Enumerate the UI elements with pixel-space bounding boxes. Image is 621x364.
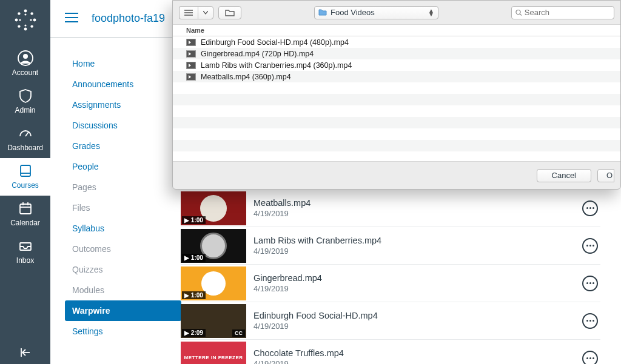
duration-badge: ▶ 1:00 [182, 216, 206, 224]
svg-point-0 [24, 10, 27, 13]
course-nav-item[interactable]: People [65, 156, 181, 177]
folder-icon [225, 9, 235, 16]
user-icon [18, 50, 33, 66]
file-row[interactable]: Gingerbread.mp4 (720p HD).mp4 [173, 48, 620, 59]
file-row [173, 151, 620, 161]
column-header-name[interactable]: Name [173, 25, 620, 36]
cancel-button[interactable]: Cancel [537, 169, 591, 182]
file-list: Edinburgh Food Social-HD.mp4 (480p).mp4G… [173, 36, 620, 161]
list-view-button[interactable] [179, 6, 198, 19]
more-options-button[interactable] [582, 351, 598, 365]
video-file-icon [186, 73, 196, 81]
media-date: 4/19/2019 [253, 284, 582, 293]
media-title: Meatballs.mp4 [253, 198, 582, 208]
course-nav-item[interactable]: Discussions [65, 115, 181, 136]
media-thumbnail[interactable]: ▶ 1:00 [181, 229, 246, 263]
media-list: ▶ 1:00Meatballs.mp44/19/2019▶ 1:00Lamb R… [181, 190, 600, 364]
course-nav-item[interactable]: Files [65, 197, 181, 218]
media-item[interactable]: ▶ 1:00Lamb Ribs with Cranberries.mp44/19… [181, 227, 600, 265]
media-info: Chocolate Truffles.mp44/19/2019 [246, 348, 582, 364]
shield-icon [18, 88, 33, 104]
course-nav-item[interactable]: Quizzes [65, 259, 181, 280]
more-options-button[interactable] [582, 276, 598, 291]
cc-badge: CC [232, 329, 245, 337]
breadcrumb[interactable]: foodphoto-fa19 [92, 12, 165, 25]
course-nav-item[interactable]: Syllabus [65, 218, 181, 239]
course-nav-item[interactable]: Pages [65, 177, 181, 197]
search-input[interactable] [525, 8, 610, 17]
nav-calendar[interactable]: Calendar [0, 196, 50, 233]
course-nav-item[interactable]: Home [65, 53, 181, 74]
view-mode-segment [179, 6, 213, 19]
dots-icon [586, 357, 594, 359]
media-title: Gingerbread.mp4 [253, 273, 582, 283]
svg-point-8 [24, 13, 26, 15]
file-row[interactable]: Lamb Ribs with Cranberries.mp4 (360p).mp… [173, 59, 620, 71]
file-row [173, 140, 620, 151]
location-select[interactable]: Food Videos ▲▼ [314, 6, 438, 19]
course-nav-item[interactable]: Announcements [65, 74, 181, 94]
duration-badge: ▶ 1:00 [182, 291, 206, 299]
media-item[interactable]: ▶ 1:00Gingerbread.mp44/19/2019 [181, 265, 600, 302]
nav-admin[interactable]: Admin [0, 83, 50, 121]
nav-label: Courses [12, 181, 39, 190]
more-options-button[interactable] [582, 238, 598, 254]
file-name: Lamb Ribs with Cranberries.mp4 (360p).mp… [201, 61, 352, 70]
chevron-down-icon [203, 11, 208, 15]
media-item[interactable]: ▶ 1:00Meatballs.mp44/19/2019 [181, 190, 600, 227]
location-label: Food Videos [331, 8, 375, 17]
more-options-button[interactable] [582, 200, 598, 216]
duration-badge: ▶ 1:00 [182, 254, 206, 262]
svg-point-10 [19, 19, 21, 21]
file-name: Gingerbread.mp4 (720p HD).mp4 [201, 50, 314, 58]
dropdown-button[interactable] [198, 6, 213, 19]
svg-point-30 [516, 10, 520, 14]
folder-up-button[interactable] [218, 6, 241, 19]
dots-icon [586, 207, 594, 209]
course-nav-item[interactable]: Warpwire [65, 300, 181, 321]
file-row[interactable]: Meatballs.mp4 (360p).mp4 [173, 71, 620, 82]
media-thumbnail[interactable]: ▶ 2:09CC [181, 304, 246, 338]
file-row [173, 82, 620, 94]
media-thumbnail[interactable]: ▶ 1:00 [181, 266, 246, 300]
svg-point-2 [15, 19, 18, 22]
nav-dashboard[interactable]: Dashboard [0, 121, 50, 158]
course-menu-toggle[interactable] [65, 12, 78, 25]
media-thumbnail[interactable]: METTERE IN FREEZER [181, 342, 246, 365]
svg-rect-15 [21, 165, 30, 176]
media-thumbnail[interactable]: ▶ 1:00 [181, 191, 246, 225]
svg-point-3 [33, 19, 36, 22]
course-nav-item[interactable]: Assignments [65, 94, 181, 115]
course-nav-item[interactable]: Grades [65, 136, 181, 156]
media-item[interactable]: METTERE IN FREEZERChocolate Truffles.mp4… [181, 340, 600, 364]
gauge-icon [18, 125, 33, 141]
nav-account[interactable]: Account [0, 45, 50, 83]
file-row [173, 94, 620, 105]
course-nav-item[interactable]: Settings [65, 321, 181, 342]
media-date: 4/19/2019 [253, 209, 582, 218]
media-item[interactable]: ▶ 2:09CCEdinburgh Food Social-HD.mp44/19… [181, 302, 600, 340]
media-info: Edinburgh Food Social-HD.mp44/19/2019 [246, 311, 582, 331]
media-title: Edinburgh Food Social-HD.mp4 [253, 311, 582, 320]
course-nav-item[interactable]: Modules [65, 280, 181, 300]
file-row [173, 105, 620, 117]
nav-collapse[interactable] [0, 346, 50, 359]
video-file-icon [186, 50, 196, 58]
more-options-button[interactable] [582, 313, 598, 329]
svg-line-31 [520, 13, 522, 15]
file-row[interactable]: Edinburgh Food Social-HD.mp4 (480p).mp4 [173, 36, 620, 48]
list-icon [184, 9, 193, 16]
svg-rect-17 [20, 204, 31, 214]
collapse-icon [19, 346, 32, 359]
updown-icon: ▲▼ [428, 9, 434, 16]
app-logo[interactable] [13, 7, 38, 35]
open-button[interactable]: O [597, 169, 614, 182]
nav-courses[interactable]: Courses [0, 158, 50, 196]
inbox-icon [18, 238, 33, 254]
nav-inbox[interactable]: Inbox [0, 233, 50, 271]
course-nav: HomeAnnouncementsAssignmentsDiscussionsG… [65, 53, 181, 342]
media-date: 4/19/2019 [253, 359, 582, 364]
course-nav-item[interactable]: Outcomes [65, 239, 181, 259]
nav-label: Calendar [10, 219, 40, 227]
media-date: 4/19/2019 [253, 247, 582, 256]
